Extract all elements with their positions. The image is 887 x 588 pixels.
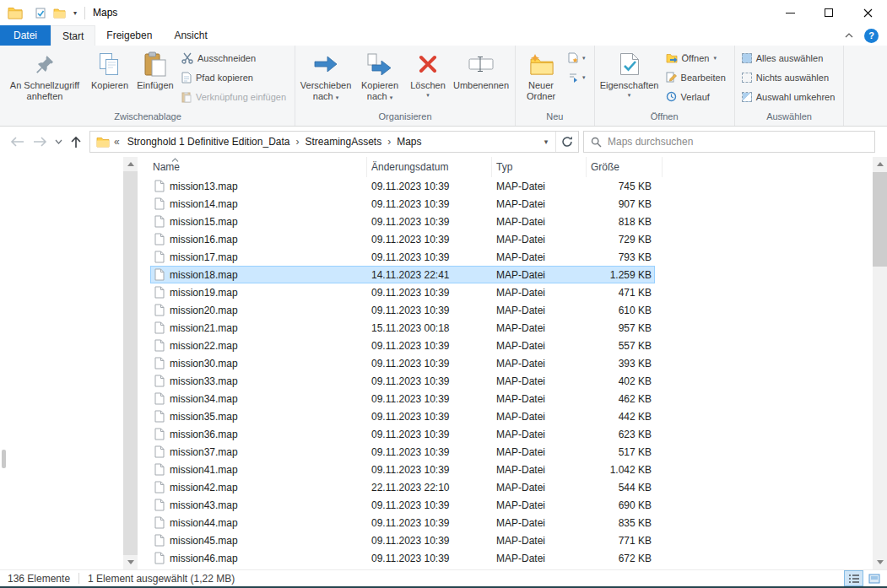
file-row[interactable]: mission37.map 09.11.2023 10:39 MAP-Datei… xyxy=(150,443,655,461)
address-dropdown-button[interactable]: ▾ xyxy=(537,132,555,152)
ribbon: An Schnellzugriff anheften Kopieren Einf… xyxy=(0,46,887,127)
file-row[interactable]: mission20.map 09.11.2023 10:39 MAP-Datei… xyxy=(150,301,655,319)
file-row[interactable]: mission15.map 09.11.2023 10:39 MAP-Datei… xyxy=(150,213,655,230)
scroll-down-button[interactable] xyxy=(123,555,138,569)
edit-button[interactable]: Bearbeiten xyxy=(662,67,732,87)
view-buttons xyxy=(844,570,884,586)
file-type: MAP-Datei xyxy=(492,375,587,387)
qat-properties-button[interactable] xyxy=(35,8,46,19)
file-row[interactable]: mission17.map 09.11.2023 10:39 MAP-Datei… xyxy=(150,248,655,266)
new-folder-button[interactable]: Neuer Ordner xyxy=(518,47,564,108)
file-row[interactable]: mission33.map 09.11.2023 10:39 MAP-Datei… xyxy=(150,372,655,390)
window-title: Maps xyxy=(93,7,117,19)
file-name-cell: mission14.map xyxy=(150,197,367,210)
column-header-name[interactable]: Name xyxy=(138,157,367,177)
file-date: 09.11.2023 10:39 xyxy=(367,287,492,299)
history-button[interactable]: Verlauf xyxy=(662,87,732,106)
file-row[interactable]: mission13.map 09.11.2023 10:39 MAP-Datei… xyxy=(150,177,655,195)
breadcrumb-overflow-button[interactable]: « xyxy=(111,136,122,148)
file-row[interactable]: mission44.map 09.11.2023 10:39 MAP-Datei… xyxy=(150,514,655,531)
file-row[interactable]: mission36.map 09.11.2023 10:39 MAP-Datei… xyxy=(150,425,655,443)
file-row[interactable]: mission43.map 09.11.2023 10:39 MAP-Datei… xyxy=(150,496,655,514)
column-header-date[interactable]: Änderungsdatum xyxy=(367,157,492,177)
details-view-button[interactable] xyxy=(844,570,863,586)
search-input[interactable]: Maps durchsuchen xyxy=(583,131,875,153)
delete-button[interactable]: Löschen ▾ xyxy=(406,47,450,108)
maximize-button[interactable] xyxy=(809,0,848,25)
scroll-down-button[interactable] xyxy=(873,555,887,569)
collapse-ribbon-icon[interactable] xyxy=(845,33,853,38)
file-row[interactable]: mission41.map 09.11.2023 10:39 MAP-Datei… xyxy=(150,461,655,478)
scroll-up-button[interactable] xyxy=(123,157,138,171)
file-row[interactable]: mission14.map 09.11.2023 10:39 MAP-Datei… xyxy=(150,195,655,213)
minimize-icon xyxy=(786,13,795,13)
new-item-button[interactable]: ▾ xyxy=(564,48,592,67)
file-type: MAP-Datei xyxy=(492,198,587,210)
dropdown-icon: ▾ xyxy=(336,94,339,100)
file-row[interactable]: mission16.map 09.11.2023 10:39 MAP-Datei… xyxy=(150,230,655,248)
close-button[interactable] xyxy=(848,0,887,25)
file-name-cell: mission21.map xyxy=(150,321,367,334)
column-header-size[interactable]: Größe xyxy=(587,157,663,177)
scrollbar-thumb[interactable] xyxy=(123,171,138,555)
nav-pane-scrollbar[interactable] xyxy=(123,157,138,569)
history-dropdown-button[interactable] xyxy=(55,139,62,144)
thumbnails-view-button[interactable] xyxy=(864,570,884,586)
file-row[interactable]: mission19.map 09.11.2023 10:39 MAP-Datei… xyxy=(150,283,655,301)
file-row[interactable]: mission42.map 22.11.2023 22:10 MAP-Datei… xyxy=(150,478,655,496)
file-row[interactable]: mission35.map 09.11.2023 10:39 MAP-Datei… xyxy=(150,407,655,425)
file-row[interactable]: mission30.map 09.11.2023 10:39 MAP-Datei… xyxy=(150,354,655,372)
copy-path-button[interactable]: Pfad kopieren xyxy=(177,67,292,87)
file-row[interactable]: mission22.map 09.11.2023 10:39 MAP-Datei… xyxy=(150,337,655,354)
column-header-type[interactable]: Typ xyxy=(492,157,587,177)
paste-shortcut-button[interactable]: Verknüpfung einfügen xyxy=(177,87,292,106)
file-row[interactable]: mission45.map 09.11.2023 10:39 MAP-Datei… xyxy=(150,531,655,549)
refresh-button[interactable] xyxy=(555,132,578,152)
file-row[interactable]: mission21.map 15.11.2023 00:18 MAP-Datei… xyxy=(150,319,655,337)
select-none-button[interactable]: Nichts auswählen xyxy=(738,67,841,87)
file-row[interactable]: mission18.map 14.11.2023 22:41 MAP-Datei… xyxy=(150,266,655,283)
breadcrumb-separator-icon[interactable]: › xyxy=(387,136,392,148)
properties-button[interactable]: Eigenschaften ▾ xyxy=(598,47,662,108)
forward-button[interactable] xyxy=(33,137,47,147)
tab-start[interactable]: Start xyxy=(51,25,95,46)
help-button[interactable]: ? xyxy=(864,29,879,43)
cut-button[interactable]: Ausschneiden xyxy=(177,48,292,67)
file-name: mission45.map xyxy=(170,535,238,547)
qat-customize-dropdown[interactable]: ▾ xyxy=(73,9,77,17)
tab-datei[interactable]: Datei xyxy=(0,25,51,46)
file-name: mission33.map xyxy=(170,375,238,387)
file-row[interactable]: mission34.map 09.11.2023 10:39 MAP-Datei… xyxy=(150,390,655,407)
address-bar[interactable]: « Stronghold 1 Definitive Edition_Data ›… xyxy=(89,131,579,153)
invert-selection-button[interactable]: Auswahl umkehren xyxy=(738,87,841,106)
move-to-button[interactable]: Verschieben nach ▾ xyxy=(298,47,354,108)
file-icon xyxy=(154,197,165,210)
up-button[interactable] xyxy=(71,136,81,148)
easy-access-button[interactable]: ▾ xyxy=(564,67,592,87)
breadcrumb-item[interactable]: StreamingAssets xyxy=(301,136,385,148)
tab-ansicht[interactable]: Ansicht xyxy=(163,25,218,46)
scroll-up-button[interactable] xyxy=(873,157,887,171)
copy-button[interactable]: Kopieren xyxy=(86,47,133,108)
file-row[interactable]: mission46.map 09.11.2023 10:39 MAP-Datei… xyxy=(150,549,655,567)
pin-to-quick-access-button[interactable]: An Schnellzugriff anheften xyxy=(3,47,86,108)
main-scrollbar[interactable] xyxy=(873,157,887,569)
scrollbar-thumb[interactable] xyxy=(873,172,887,267)
breadcrumb-item[interactable]: Maps xyxy=(393,136,425,148)
breadcrumb-item[interactable]: Stronghold 1 Definitive Edition_Data xyxy=(124,136,294,148)
status-selection: 1 Element ausgewählt (1,22 MB) xyxy=(88,573,235,585)
group-label-organize: Organisieren xyxy=(295,110,515,126)
new-small-buttons: ▾ ▾ xyxy=(564,47,592,87)
details-view-icon xyxy=(848,574,860,584)
paste-button[interactable]: Einfügen xyxy=(133,47,177,108)
copy-to-button[interactable]: Kopieren nach ▾ xyxy=(354,47,406,108)
rename-button[interactable]: Umbenennen xyxy=(450,47,512,108)
tab-freigeben[interactable]: Freigeben xyxy=(95,25,163,46)
select-all-button[interactable]: Alles auswählen xyxy=(738,48,841,67)
minimize-button[interactable] xyxy=(771,0,809,25)
back-button[interactable] xyxy=(10,137,24,147)
triangle-down-icon xyxy=(127,560,134,564)
qat-new-folder-button[interactable] xyxy=(53,8,66,19)
open-button[interactable]: Öffnen ▾ xyxy=(662,48,732,67)
breadcrumb-separator-icon[interactable]: › xyxy=(295,136,300,148)
